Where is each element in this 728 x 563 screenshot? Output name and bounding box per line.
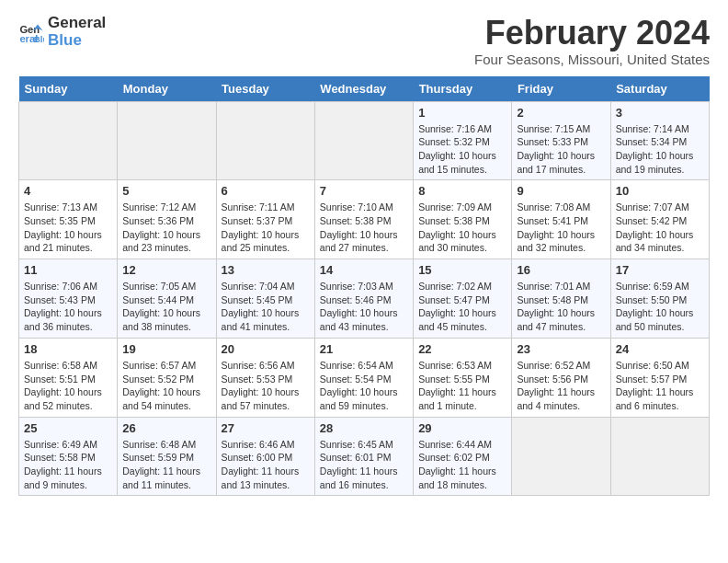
logo-line1: General <box>48 15 106 32</box>
cell-day-number: 8 <box>418 184 506 198</box>
cell-day-number: 29 <box>418 421 506 435</box>
calendar-cell: 9Sunrise: 7:08 AMSunset: 5:41 PMDaylight… <box>512 180 610 259</box>
cell-info: Sunrise: 7:04 AMSunset: 5:45 PMDaylight:… <box>222 280 310 334</box>
weekday-friday: Friday <box>512 76 610 102</box>
calendar-cell <box>314 101 413 180</box>
cell-info: Sunrise: 6:52 AMSunset: 5:56 PMDaylight:… <box>517 359 605 413</box>
cell-day-number: 15 <box>418 263 506 277</box>
calendar-cell: 25Sunrise: 6:49 AMSunset: 5:58 PMDayligh… <box>19 417 118 496</box>
calendar-cell: 19Sunrise: 6:57 AMSunset: 5:52 PMDayligh… <box>118 338 216 417</box>
week-row-4: 18Sunrise: 6:58 AMSunset: 5:51 PMDayligh… <box>19 338 710 417</box>
week-row-5: 25Sunrise: 6:49 AMSunset: 5:58 PMDayligh… <box>19 417 710 496</box>
calendar-cell: 10Sunrise: 7:07 AMSunset: 5:42 PMDayligh… <box>610 180 709 259</box>
cell-info: Sunrise: 7:11 AMSunset: 5:37 PMDaylight:… <box>222 201 310 255</box>
cell-day-number: 16 <box>517 263 605 277</box>
calendar-cell <box>216 101 314 180</box>
cell-day-number: 1 <box>418 106 506 120</box>
cell-info: Sunrise: 7:14 AMSunset: 5:34 PMDaylight:… <box>616 122 704 177</box>
calendar-cell: 20Sunrise: 6:56 AMSunset: 5:53 PMDayligh… <box>216 338 314 417</box>
cell-info: Sunrise: 6:46 AMSunset: 6:00 PMDaylight:… <box>222 438 310 492</box>
cell-info: Sunrise: 7:12 AMSunset: 5:36 PMDaylight:… <box>122 201 210 255</box>
calendar-cell <box>118 101 216 180</box>
cell-info: Sunrise: 7:07 AMSunset: 5:42 PMDaylight:… <box>616 201 704 255</box>
cell-info: Sunrise: 6:56 AMSunset: 5:53 PMDaylight:… <box>222 359 310 413</box>
cell-day-number: 27 <box>222 421 310 435</box>
calendar-cell: 29Sunrise: 6:44 AMSunset: 6:02 PMDayligh… <box>414 417 512 496</box>
cell-info: Sunrise: 7:02 AMSunset: 5:47 PMDaylight:… <box>418 280 506 334</box>
cell-day-number: 2 <box>517 106 605 120</box>
cell-info: Sunrise: 7:06 AMSunset: 5:43 PMDaylight:… <box>24 280 112 334</box>
calendar-cell: 12Sunrise: 7:05 AMSunset: 5:44 PMDayligh… <box>118 259 216 339</box>
calendar-cell: 21Sunrise: 6:54 AMSunset: 5:54 PMDayligh… <box>314 338 413 417</box>
cell-info: Sunrise: 6:59 AMSunset: 5:50 PMDaylight:… <box>616 280 704 334</box>
cell-day-number: 3 <box>616 106 704 120</box>
cell-day-number: 21 <box>320 342 408 356</box>
calendar-cell: 23Sunrise: 6:52 AMSunset: 5:56 PMDayligh… <box>512 338 610 417</box>
calendar-title: February 2024 <box>474 15 710 52</box>
cell-info: Sunrise: 7:03 AMSunset: 5:46 PMDaylight:… <box>320 280 408 334</box>
cell-day-number: 20 <box>222 342 310 356</box>
calendar-cell: 13Sunrise: 7:04 AMSunset: 5:45 PMDayligh… <box>216 259 314 339</box>
calendar-cell: 8Sunrise: 7:09 AMSunset: 5:38 PMDaylight… <box>414 180 512 259</box>
calendar-cell: 27Sunrise: 6:46 AMSunset: 6:00 PMDayligh… <box>216 417 314 496</box>
weekday-saturday: Saturday <box>610 76 709 102</box>
week-row-3: 11Sunrise: 7:06 AMSunset: 5:43 PMDayligh… <box>19 259 710 339</box>
weekday-monday: Monday <box>118 76 216 102</box>
cell-info: Sunrise: 7:01 AMSunset: 5:48 PMDaylight:… <box>517 280 605 334</box>
cell-info: Sunrise: 6:49 AMSunset: 5:58 PMDaylight:… <box>24 438 112 492</box>
cell-day-number: 9 <box>517 184 605 198</box>
cell-info: Sunrise: 6:57 AMSunset: 5:52 PMDaylight:… <box>122 359 210 413</box>
weekday-header-row: SundayMondayTuesdayWednesdayThursdayFrid… <box>19 76 710 102</box>
weekday-wednesday: Wednesday <box>314 76 413 102</box>
calendar-body: 1Sunrise: 7:16 AMSunset: 5:32 PMDaylight… <box>19 101 710 496</box>
cell-day-number: 28 <box>320 421 408 435</box>
calendar-cell: 22Sunrise: 6:53 AMSunset: 5:55 PMDayligh… <box>414 338 512 417</box>
cell-day-number: 23 <box>517 342 605 356</box>
calendar-cell: 5Sunrise: 7:12 AMSunset: 5:36 PMDaylight… <box>118 180 216 259</box>
weekday-thursday: Thursday <box>414 76 512 102</box>
calendar-cell: 15Sunrise: 7:02 AMSunset: 5:47 PMDayligh… <box>414 259 512 339</box>
calendar-cell: 17Sunrise: 6:59 AMSunset: 5:50 PMDayligh… <box>610 259 709 339</box>
cell-info: Sunrise: 7:09 AMSunset: 5:38 PMDaylight:… <box>418 201 506 255</box>
calendar-cell: 7Sunrise: 7:10 AMSunset: 5:38 PMDaylight… <box>314 180 413 259</box>
header: Gen eral Blue General Blue February 2024… <box>18 15 710 67</box>
calendar-cell: 18Sunrise: 6:58 AMSunset: 5:51 PMDayligh… <box>19 338 118 417</box>
cell-info: Sunrise: 6:54 AMSunset: 5:54 PMDaylight:… <box>320 359 408 413</box>
calendar-cell: 2Sunrise: 7:15 AMSunset: 5:33 PMDaylight… <box>512 101 610 180</box>
cell-info: Sunrise: 7:08 AMSunset: 5:41 PMDaylight:… <box>517 201 605 255</box>
calendar-cell: 6Sunrise: 7:11 AMSunset: 5:37 PMDaylight… <box>216 180 314 259</box>
cell-info: Sunrise: 6:44 AMSunset: 6:02 PMDaylight:… <box>418 438 506 492</box>
cell-day-number: 13 <box>222 263 310 277</box>
logo-line2: Blue <box>48 32 106 50</box>
week-row-1: 1Sunrise: 7:16 AMSunset: 5:32 PMDaylight… <box>19 101 710 180</box>
cell-day-number: 22 <box>418 342 506 356</box>
weekday-sunday: Sunday <box>19 76 118 102</box>
cell-day-number: 26 <box>122 421 210 435</box>
cell-day-number: 4 <box>24 184 112 198</box>
calendar-cell: 1Sunrise: 7:16 AMSunset: 5:32 PMDaylight… <box>414 101 512 180</box>
cell-info: Sunrise: 6:53 AMSunset: 5:55 PMDaylight:… <box>418 359 506 413</box>
svg-text:Blue: Blue <box>34 34 44 44</box>
cell-info: Sunrise: 7:10 AMSunset: 5:38 PMDaylight:… <box>320 201 408 255</box>
calendar-cell: 24Sunrise: 6:50 AMSunset: 5:57 PMDayligh… <box>610 338 709 417</box>
cell-day-number: 25 <box>24 421 112 435</box>
calendar-cell: 16Sunrise: 7:01 AMSunset: 5:48 PMDayligh… <box>512 259 610 339</box>
cell-info: Sunrise: 6:58 AMSunset: 5:51 PMDaylight:… <box>24 359 112 413</box>
cell-day-number: 10 <box>616 184 704 198</box>
cell-info: Sunrise: 7:13 AMSunset: 5:35 PMDaylight:… <box>24 201 112 255</box>
weekday-tuesday: Tuesday <box>216 76 314 102</box>
calendar-subtitle: Four Seasons, Missouri, United States <box>474 52 710 67</box>
cell-day-number: 11 <box>24 263 112 277</box>
calendar-cell: 14Sunrise: 7:03 AMSunset: 5:46 PMDayligh… <box>314 259 413 339</box>
cell-info: Sunrise: 6:48 AMSunset: 5:59 PMDaylight:… <box>122 438 210 492</box>
cell-day-number: 19 <box>122 342 210 356</box>
cell-day-number: 5 <box>122 184 210 198</box>
cell-info: Sunrise: 6:50 AMSunset: 5:57 PMDaylight:… <box>616 359 704 413</box>
logo: Gen eral Blue General Blue <box>18 15 106 49</box>
calendar-cell <box>512 417 610 496</box>
calendar-cell: 11Sunrise: 7:06 AMSunset: 5:43 PMDayligh… <box>19 259 118 339</box>
cell-info: Sunrise: 7:05 AMSunset: 5:44 PMDaylight:… <box>122 280 210 334</box>
calendar-cell <box>610 417 709 496</box>
cell-info: Sunrise: 7:15 AMSunset: 5:33 PMDaylight:… <box>517 122 605 177</box>
cell-day-number: 14 <box>320 263 408 277</box>
